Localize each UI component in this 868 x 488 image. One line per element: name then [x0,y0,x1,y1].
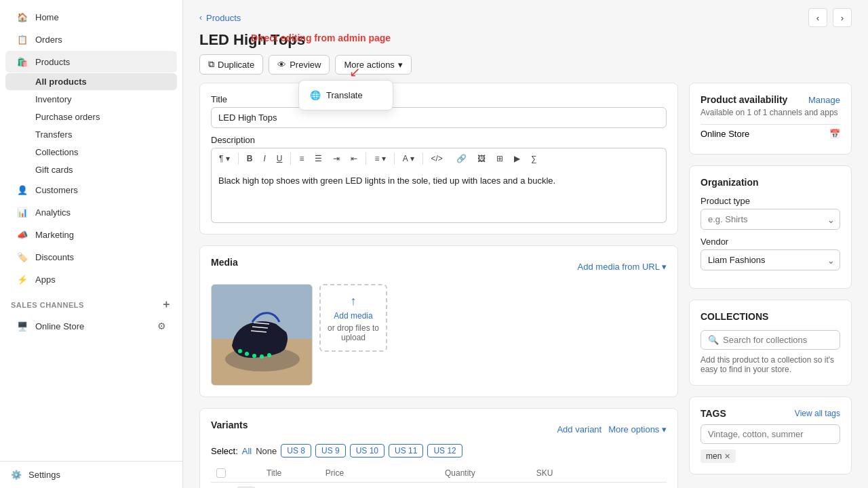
sidebar-item-customers[interactable]: 👤 Customers [5,179,177,201]
title-field: Title [211,94,667,128]
apps-icon: ⚡ [16,273,28,285]
size-us11-badge[interactable]: US 11 [389,444,423,458]
chevron-down-options-icon: ▾ [662,424,667,434]
online-store-availability: Online Store 📅 [701,125,840,143]
variants-header: Variants Add variant More options ▾ [211,420,667,439]
rte-italic-btn[interactable]: I [258,151,270,166]
rte-formula-btn[interactable]: ∑ [526,151,542,166]
products-icon: 🛍️ [16,56,28,68]
size-us12-badge[interactable]: US 12 [427,444,462,458]
availability-card: Product availability Manage Available on… [689,83,852,155]
sidebar-item-discounts[interactable]: 🏷️ Discounts [5,246,177,268]
home-icon: 🏠 [16,11,28,23]
manage-link[interactable]: Manage [808,95,840,105]
settings-icon: ⚙️ [11,470,22,480]
tags-header: TAGS View all tags [701,408,840,419]
collections-search[interactable]: 🔍 [701,330,840,350]
svg-point-7 [260,354,264,359]
rte-list-ol-btn[interactable]: ≡ [294,151,309,166]
rte-underline-btn[interactable]: U [272,151,288,166]
rte-bold-btn[interactable]: B [242,151,258,166]
preview-button[interactable]: 👁 Preview [269,55,330,75]
rte-link-btn[interactable]: 🔗 [452,151,471,166]
description-field: Description ¶ ▾ B I U ≡ ☰ ⇥ ⇤ ≡ ▾ [211,135,667,223]
customers-icon: 👤 [16,184,28,196]
sidebar-item-analytics[interactable]: 📊 Analytics [5,201,177,223]
rte-align-btn[interactable]: ≡ ▾ [370,151,390,166]
view-all-tags-link[interactable]: View all tags [795,409,840,418]
description-content[interactable]: Black high top shoes with green LED ligh… [211,169,667,223]
sidebar-item-apps[interactable]: ⚡ Apps [5,268,177,290]
add-media-url-link[interactable]: Add media from URL ▾ [578,262,667,272]
sidebar-item-orders[interactable]: 📋 Orders [5,28,177,50]
sidebar-sub-collections[interactable]: Collections [5,144,177,161]
upload-icon: ↑ [351,294,357,308]
size-us9-badge[interactable]: US 9 [315,444,346,458]
side-column: Product availability Manage Available on… [689,83,852,488]
size-us10-badge[interactable]: US 10 [350,444,384,458]
add-variant-link[interactable]: Add variant [557,424,601,434]
nav-arrows: ‹ › [808,8,852,27]
sidebar-item-products[interactable]: 🛍️ Products [5,51,177,73]
breadcrumb-arrow-icon: ‹ [199,13,202,22]
title-description-card: Title Description ¶ ▾ B I U ≡ ☰ [199,83,678,235]
sidebar-sub-purchase-orders[interactable]: Purchase orders [5,108,177,125]
size-us8-badge[interactable]: US 8 [281,444,311,458]
annotation-arrow-icon: ↙ [349,64,361,80]
content-area: Title Description ¶ ▾ B I U ≡ ☰ [183,83,868,488]
annotation-text: Direct editing from admin page [251,33,391,43]
rte-indent-btn[interactable]: ⇥ [328,151,344,166]
sidebar-item-online-store[interactable]: 🖥️ Online Store ⚙ [5,315,177,337]
dropdown-item-translate[interactable]: 🌐 Translate [303,85,389,106]
media-upload-zone[interactable]: ↑ Add media or drop files to upload [319,284,387,352]
rte-list-ul-btn[interactable]: ☰ [310,151,327,166]
calendar-icon[interactable]: 📅 [829,129,840,139]
sidebar-sub-gift-cards[interactable]: Gift cards [5,161,177,178]
sidebar-item-marketing[interactable]: 📣 Marketing [5,224,177,245]
select-none-link[interactable]: None [256,446,277,456]
sidebar-nav: 🏠 Home 📋 Orders 🛍️ Products All products… [0,0,182,461]
sidebar-sub-all-products[interactable]: All products [5,73,177,90]
tags-list: men ✕ [701,449,840,463]
online-store-channel-name: Online Store [701,129,749,139]
vendor-input[interactable] [701,249,840,270]
tags-input[interactable] [701,424,840,444]
add-channel-icon[interactable]: ＋ [161,298,172,312]
sidebar-sub-inventory[interactable]: Inventory [5,91,177,108]
more-options-link[interactable]: More options ▾ [608,424,667,434]
nav-forward-button[interactable]: › [833,8,852,27]
online-store-settings-icon[interactable]: ⚙ [157,321,166,331]
variants-card: Variants Add variant More options ▾ Sele… [199,408,678,488]
topbar: ‹ Products ‹ › [183,0,868,27]
size-select-row: Select: All None US 8 US 9 US 10 US 11 U… [211,444,667,458]
media-card: Media Add media from URL ▾ [199,245,678,397]
tag-men-remove[interactable]: ✕ [724,452,730,461]
sidebar-item-home[interactable]: 🏠 Home [5,6,177,28]
variants-actions: Add variant More options ▾ [557,424,667,434]
collections-search-input[interactable] [723,335,837,345]
rte-outdent-btn[interactable]: ⇤ [346,151,362,166]
more-actions-button[interactable]: More actions ▾ [335,55,411,75]
rte-code-btn[interactable]: </> [427,151,448,166]
select-all-checkbox[interactable] [216,468,226,478]
rte-table-btn[interactable]: ⊞ [492,151,508,166]
product-type-input[interactable] [701,209,840,230]
preview-icon: 👁 [277,60,286,70]
analytics-icon: 📊 [16,206,28,218]
availability-header: Product availability Manage [701,94,840,105]
nav-back-button[interactable]: ‹ [808,8,827,27]
sidebar-sub-transfers[interactable]: Transfers [5,126,177,143]
breadcrumb[interactable]: ‹ Products [199,13,241,23]
rte-image-btn[interactable]: 🖼 [473,151,490,166]
duplicate-icon: ⧉ [208,59,214,70]
select-all-link[interactable]: All [242,446,252,456]
translate-icon: 🌐 [310,90,321,100]
rte-embed-btn[interactable]: ▶ [509,151,525,166]
rte-color-btn[interactable]: A ▾ [398,151,419,166]
media-header: Media Add media from URL ▾ [211,257,667,276]
title-input[interactable] [211,107,667,128]
duplicate-button[interactable]: ⧉ Duplicate [199,54,263,75]
svg-point-6 [252,354,256,358]
rte-paragraph-btn[interactable]: ¶ ▾ [214,151,235,166]
settings-item[interactable]: ⚙️ Settings [0,461,182,488]
